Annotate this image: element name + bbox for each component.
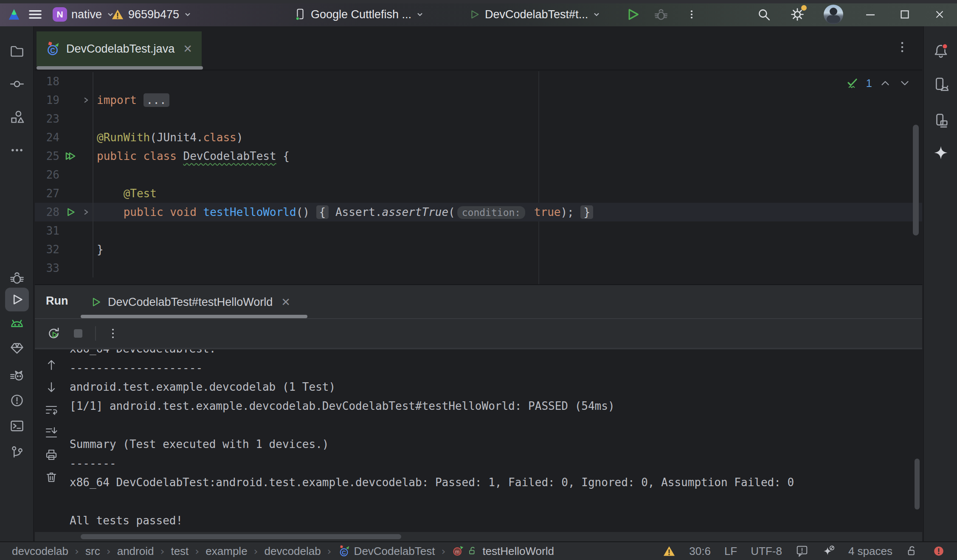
sidebar-item-problems[interactable] xyxy=(5,389,29,412)
sidebar-item-device-mirror[interactable] xyxy=(929,109,953,133)
editor-line[interactable]: 32} xyxy=(35,240,922,259)
app-logo-icon xyxy=(8,6,20,23)
prev-highlight-icon xyxy=(879,77,892,90)
project-selector[interactable]: N native xyxy=(53,6,115,23)
breadcrumb-item[interactable]: mtestHelloWorld xyxy=(452,545,554,558)
chevron-down-icon xyxy=(592,10,601,19)
device-selector[interactable]: Google Cuttlefish ... xyxy=(294,6,424,23)
sidebar-item-profiler[interactable] xyxy=(5,363,29,387)
editor-line[interactable]: 33 xyxy=(35,259,922,277)
stop-button[interactable] xyxy=(71,327,85,340)
breadcrumb-item[interactable]: CDevCodelabTest xyxy=(338,545,435,558)
window-close-button[interactable] xyxy=(933,6,946,23)
line-separator-widget[interactable]: LF xyxy=(724,545,737,558)
editor-line[interactable]: 23 xyxy=(35,109,922,128)
run-tab-label: DevCodelabTest#testHelloWorld xyxy=(108,296,273,309)
sidebar-item-version-control[interactable] xyxy=(5,440,29,464)
gutter-fold-icon[interactable] xyxy=(80,91,93,109)
editor-tab[interactable]: C DevCodelabTest.java ✕ xyxy=(37,31,202,66)
encoding-widget[interactable]: UTF-8 xyxy=(751,545,782,558)
sidebar-item-running-devices[interactable] xyxy=(929,73,953,97)
run-tab-close-icon[interactable]: ✕ xyxy=(281,296,290,309)
breadcrumb-item[interactable]: example xyxy=(205,545,247,558)
debug-button[interactable] xyxy=(654,6,668,23)
gutter-fold-icon[interactable] xyxy=(80,203,93,221)
scroll-to-end-button[interactable] xyxy=(45,426,58,439)
console-vertical-scrollbar[interactable] xyxy=(915,459,920,510)
console-horizontal-scrollbar[interactable] xyxy=(81,534,401,539)
inspection-widget[interactable]: 1 xyxy=(846,76,911,90)
avatar xyxy=(824,5,843,24)
gutter-run-icon[interactable] xyxy=(61,147,80,165)
sidebar-item-logcat[interactable] xyxy=(5,312,29,336)
breadcrumb-separator: › xyxy=(254,545,258,557)
console-output[interactable]: x86_64 DevCodelabTest:------------------… xyxy=(68,350,922,532)
gutter-spacer xyxy=(80,147,93,165)
editor-line[interactable]: 25public class DevCodelabTest { xyxy=(35,147,922,165)
main-menu-button[interactable] xyxy=(27,6,43,23)
sidebar-item-debug[interactable] xyxy=(5,266,29,290)
editor-line[interactable]: 27 @Test xyxy=(35,184,922,203)
run-tab[interactable]: DevCodelabTest#testHelloWorld ✕ xyxy=(90,291,290,313)
editor-line[interactable]: 28 public void testHelloWorld() { Assert… xyxy=(35,203,922,221)
sidebar-item-run[interactable] xyxy=(5,288,29,311)
breadcrumb-item[interactable]: android xyxy=(117,545,154,558)
editor-line[interactable]: 18 xyxy=(35,72,922,91)
unlocked-icon[interactable] xyxy=(906,545,919,557)
run-button[interactable] xyxy=(625,6,640,23)
indent-widget[interactable]: 4 spaces xyxy=(848,545,892,558)
more-dots-icon xyxy=(9,143,25,158)
line-number: 33 xyxy=(35,259,61,277)
console-line: Summary (Test executed with 1 devices.) xyxy=(70,435,922,454)
sidebar-item-notifications[interactable] xyxy=(929,39,953,63)
editor-line[interactable]: 19import ... xyxy=(35,91,922,109)
device-layout-icon xyxy=(933,113,949,129)
prev-occurrence-button[interactable] xyxy=(45,358,58,372)
console-line: x86_64 DevCodelabTest:android.test.examp… xyxy=(70,473,922,492)
sidebar-item-app-quality-insights[interactable] xyxy=(5,336,29,360)
editor-line[interactable]: 31 xyxy=(35,221,922,240)
settings-button[interactable] xyxy=(790,6,805,23)
sidebar-item-project[interactable] xyxy=(5,39,29,63)
ai-assistant-disabled-icon[interactable] xyxy=(822,545,835,557)
sidebar-item-structure[interactable] xyxy=(5,105,29,129)
run-panel-more-button[interactable] xyxy=(106,327,120,340)
clear-all-button[interactable] xyxy=(45,470,58,484)
code-text: @Test xyxy=(93,184,157,203)
rerun-button[interactable] xyxy=(47,326,61,341)
code-editor[interactable]: 1819import ...2324@RunWith(JUnit4.class)… xyxy=(35,71,922,284)
breadcrumb-item[interactable]: src xyxy=(85,545,100,558)
fold-chevron-icon xyxy=(81,207,92,218)
sidebar-item-commit[interactable] xyxy=(5,72,29,96)
gutter-run-icon[interactable] xyxy=(61,203,80,221)
caret-position-widget[interactable]: 30:6 xyxy=(689,545,711,558)
vcs-branch-selector[interactable]: 9659b475 xyxy=(111,6,192,23)
terminal-icon xyxy=(9,418,25,434)
tab-bar-options-button[interactable] xyxy=(895,40,909,54)
editor-line[interactable]: 24@RunWith(JUnit4.class) xyxy=(35,128,922,147)
soft-wrap-button[interactable] xyxy=(45,403,58,417)
window-minimize-button[interactable] xyxy=(864,6,877,23)
breadcrumb-item[interactable]: devcodelab xyxy=(12,545,68,558)
user-avatar[interactable] xyxy=(824,6,843,23)
next-occurrence-button[interactable] xyxy=(45,381,58,394)
sidebar-item-gemini[interactable] xyxy=(929,141,953,165)
run-configuration-selector[interactable]: DevCodelabTest#t... xyxy=(468,6,601,23)
search-everywhere-button[interactable] xyxy=(757,6,771,23)
problems-icon xyxy=(9,393,25,408)
editor-line[interactable]: 26 xyxy=(35,165,922,184)
print-button[interactable] xyxy=(45,448,58,462)
todo-bubble-icon[interactable] xyxy=(796,545,808,557)
warning-status-icon[interactable] xyxy=(663,545,676,557)
tab-close-icon[interactable]: ✕ xyxy=(183,42,192,56)
breadcrumb-item[interactable]: test xyxy=(171,545,189,558)
breadcrumb-item[interactable]: devcodelab xyxy=(265,545,321,558)
error-indicator-icon[interactable] xyxy=(932,545,945,557)
editor-scrollbar[interactable] xyxy=(913,125,919,235)
sidebar-item-terminal[interactable] xyxy=(5,414,29,438)
titlebar-more-button[interactable] xyxy=(685,6,698,23)
maximize-icon xyxy=(898,8,911,21)
window-maximize-button[interactable] xyxy=(898,6,911,23)
run-console-area: x86_64 DevCodelabTest:------------------… xyxy=(35,350,922,532)
sidebar-item-more[interactable] xyxy=(5,138,29,162)
